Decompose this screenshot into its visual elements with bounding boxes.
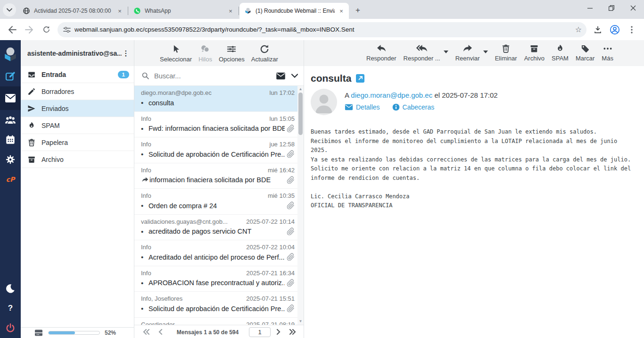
list-item[interactable]: validaciones.guayas@cnt.gob...2025-07-22…: [134, 215, 297, 241]
folder-options-button[interactable]: ⋮: [122, 52, 130, 54]
list-item[interactable]: Coordinador2025-07-21 08:19: [134, 318, 297, 325]
window-minimize-button[interactable]: [579, 0, 601, 16]
browser-tabstrip: Actividad 2025-07-25 08:00:00 × WhatsApp…: [0, 0, 644, 19]
attachment-icon: [287, 304, 295, 313]
rail-darkmode-button[interactable]: [0, 279, 21, 298]
select-button[interactable]: Seleccionar: [160, 44, 192, 63]
options-button[interactable]: Opciones: [219, 44, 245, 63]
search-bar[interactable]: Buscar...: [134, 66, 304, 86]
tag-icon: [580, 44, 590, 53]
spam-button[interactable]: SPAM: [552, 44, 569, 62]
folder-item-spam[interactable]: SPAM: [21, 117, 134, 134]
list-item[interactable]: Info2025-07-22 10:04 •Acreditado del ant…: [134, 240, 297, 266]
rail-compose-button[interactable]: [0, 67, 21, 86]
browser-tab-roundcube-active[interactable]: (1) Roundcube Webmail :: Envia ×: [239, 3, 349, 19]
headers-label: Cabeceras: [403, 103, 435, 111]
forward-dropdown-icon[interactable]: [483, 51, 488, 53]
threads-button[interactable]: Hilos: [198, 44, 212, 63]
rail-cpanel-button[interactable]: cP: [0, 169, 21, 189]
details-toggle[interactable]: Detalles: [345, 103, 380, 111]
forward-label: Reenviar: [455, 55, 480, 62]
browser-tab-actividad[interactable]: Actividad 2025-07-25 08:00:00 ×: [18, 3, 127, 19]
message-sender: validaciones.guayas@cnt.gob...: [141, 218, 243, 225]
window-restore-button[interactable]: [601, 0, 622, 16]
back-button[interactable]: [5, 22, 20, 37]
rail-calendar-button[interactable]: [0, 130, 21, 150]
bookmark-star-icon[interactable]: ☆: [575, 25, 582, 34]
open-in-new-window-icon[interactable]: [356, 74, 364, 83]
list-item[interactable]: Infomié 10:35 •Orden de compra # 24: [134, 189, 297, 215]
folder-label: Papelera: [41, 139, 68, 146]
download-icon: [594, 25, 602, 34]
quota-percent: 52%: [105, 330, 116, 336]
window-close-button[interactable]: [622, 0, 644, 16]
tab-close-icon[interactable]: ×: [227, 7, 234, 15]
profile-button[interactable]: [607, 22, 622, 37]
search-scope-mail-icon[interactable]: [276, 72, 286, 80]
globe-icon: [23, 7, 30, 15]
rail-help-button[interactable]: ?: [0, 298, 21, 318]
rail-mail-button[interactable]: [0, 86, 21, 110]
cpanel-icon: cP: [6, 176, 15, 183]
address-bar[interactable]: webmail.sanjuan.gob.ec/cpsess5350978522/…: [58, 22, 586, 37]
rail-settings-button[interactable]: [0, 150, 21, 169]
folder-label: Enviados: [41, 105, 69, 112]
message-sender: Info: [141, 192, 265, 199]
recipient-address-link[interactable]: diego.moran@dpe.gob.ec: [351, 91, 432, 99]
scroll-down-icon[interactable]: ▼: [297, 319, 304, 324]
message-date: mié 16:42: [268, 167, 295, 174]
roundcube-logo[interactable]: [0, 42, 21, 67]
list-item[interactable]: Infomié 16:42 informacion finaciera soli…: [134, 163, 297, 189]
new-tab-button[interactable]: +: [352, 4, 364, 17]
list-item[interactable]: Infolun 15:05 •Fwd: informacion finacier…: [134, 112, 297, 138]
next-page-button[interactable]: [272, 328, 285, 337]
reply-button[interactable]: Responder: [366, 44, 396, 62]
refresh-button[interactable]: Actualizar: [251, 44, 278, 63]
message-sender: Info: [141, 115, 267, 122]
downloads-button[interactable]: [590, 22, 605, 37]
folder-item-borradores[interactable]: Borradores: [21, 83, 134, 100]
tab-title: Actividad 2025-07-25 08:00:00: [34, 8, 113, 14]
delete-button[interactable]: Eliminar: [495, 44, 517, 62]
list-item[interactable]: Info, Joseflores2025-07-21 15:51 •Solici…: [134, 292, 297, 318]
browser-tab-whatsapp[interactable]: WhatsApp ×: [129, 3, 238, 19]
search-options-chevron-icon[interactable]: [291, 74, 298, 78]
browser-menu-button[interactable]: [624, 22, 639, 37]
mark-button[interactable]: Marcar: [576, 44, 594, 62]
folder-item-enviados[interactable]: Enviados: [21, 100, 134, 117]
tab-title: WhatsApp: [145, 8, 224, 14]
last-page-button[interactable]: [287, 328, 299, 337]
tab-separator: [239, 7, 239, 15]
scrollbar-thumb[interactable]: [298, 93, 303, 135]
forward-button[interactable]: [22, 22, 37, 37]
search-placeholder: Buscar...: [154, 72, 276, 80]
reload-button[interactable]: [39, 22, 54, 37]
tab-search-button[interactable]: [3, 3, 16, 17]
rail-contacts-button[interactable]: [0, 110, 21, 130]
rail-logout-button[interactable]: [0, 318, 21, 338]
tab-close-icon[interactable]: ×: [116, 7, 124, 15]
page-number-input[interactable]: [249, 327, 271, 337]
list-item[interactable]: diego.moran@dpe.gob.eclun 17:02 •consult…: [134, 86, 297, 112]
quota-bar: [48, 331, 100, 335]
url-text: webmail.sanjuan.gob.ec/cpsess5350978522/…: [74, 26, 575, 33]
folder-item-entrada[interactable]: Entrada 1: [21, 66, 134, 83]
reply-all-button[interactable]: Responder ...: [404, 44, 440, 62]
more-button[interactable]: Más: [602, 44, 613, 62]
list-item[interactable]: Infojue 12:58 •Solicitud de aprobación d…: [134, 137, 297, 163]
list-scrollbar[interactable]: ▲ ▼: [297, 86, 304, 325]
list-item[interactable]: Info2025-07-21 16:34 •APROBACION fase pr…: [134, 266, 297, 292]
tab-close-icon[interactable]: ×: [338, 7, 345, 15]
archive-button[interactable]: Archivo: [524, 44, 545, 62]
unread-dot: •: [141, 253, 149, 261]
folder-item-papelera[interactable]: Papelera: [21, 134, 134, 151]
scroll-up-icon[interactable]: ▲: [297, 86, 304, 92]
folder-item-archivo[interactable]: Archivo: [21, 151, 134, 168]
first-page-button[interactable]: [140, 328, 152, 337]
forward-button[interactable]: Reenviar: [455, 44, 480, 62]
reply-all-dropdown-icon[interactable]: [444, 51, 448, 53]
kebab-menu-icon: [631, 26, 633, 34]
reply-all-label: Responder ...: [404, 55, 440, 62]
headers-toggle[interactable]: Cabeceras: [392, 103, 435, 111]
prev-page-button[interactable]: [154, 328, 166, 337]
